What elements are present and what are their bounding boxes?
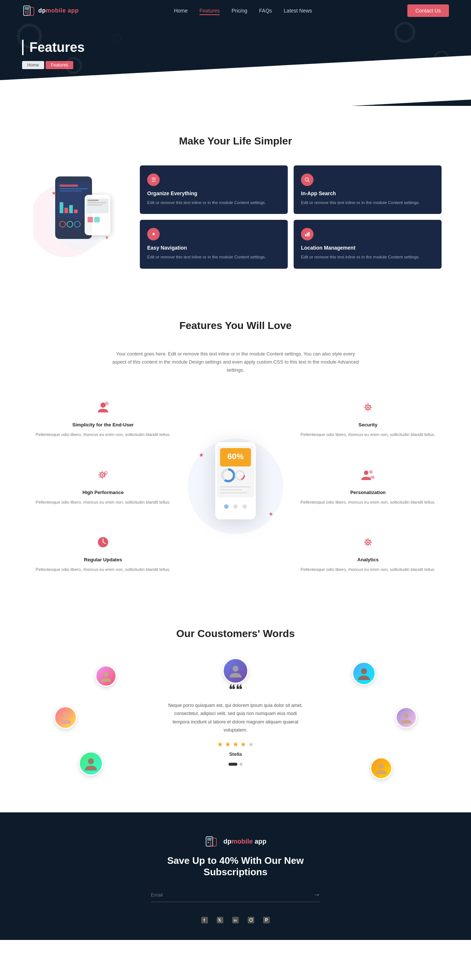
svg-point-42 [101,402,105,408]
avatar-woman2-icon [400,711,413,724]
facebook-icon[interactable]: f [201,917,208,925]
svg-point-75 [233,666,238,671]
analytics-icon [300,535,436,552]
nav-home[interactable]: Home [174,8,188,14]
svg-rect-34 [94,217,100,223]
personalization-icon [300,468,436,485]
updates-title: Regular Updates [35,557,171,562]
avatar-top-left-img [95,665,117,687]
linkedin-svg: in [232,917,239,923]
svg-text:P: P [265,918,268,923]
nav-latest-news[interactable]: Latest News [284,8,312,14]
page-title: Features [22,40,449,55]
svg-point-45 [102,474,104,476]
section-love: Features You Will Love Your content goes… [0,298,471,602]
updates-desc: Pellentesque odio libero, rhoncus eu eni… [35,566,171,573]
svg-rect-32 [88,204,102,205]
avatar-top-left [95,665,117,687]
linkedin-icon[interactable]: in [232,917,239,925]
avatar-female-icon [99,670,113,682]
svg-point-8 [396,23,414,41]
avatar-person-icon [227,663,244,679]
avatar-top-center [223,658,248,684]
svg-rect-18 [60,185,78,187]
svg-rect-2 [25,11,27,13]
simpler-content: ★ ★ ☰ Organize Everything Edit or remove… [29,165,442,276]
simpler-title: Make Your Life Simpler [29,135,442,147]
feature-card-location: Location Management Edit or remove this … [294,220,442,268]
feature-updates: Regular Updates Pellentesque odio libero… [29,528,177,580]
avatar-bottom-left [79,751,103,776]
carousel-dots[interactable] [166,763,305,766]
email-submit-arrow[interactable]: → [313,891,320,899]
svg-point-65 [233,504,238,509]
navbar: dpmobile app Home Features Pricing FAQs … [0,0,471,21]
pinterest-icon[interactable]: P [263,917,270,925]
svg-text:★: ★ [268,511,273,517]
avatar-bottom-right-img [370,757,392,779]
section-simpler: Make Your Life Simpler [0,106,471,298]
footer-logo-icon [204,834,219,849]
logo-text: dpmobile app [38,7,79,14]
footer-logo-app: app [253,838,267,845]
svg-rect-24 [74,210,78,213]
inapp-title: In-App Search [301,191,434,196]
svg-point-74 [367,541,369,543]
nav-features[interactable]: Features [200,8,220,15]
logo-icon [22,4,36,18]
organize-title: Organize Everything [147,191,280,196]
svg-text:★: ★ [199,452,204,458]
logo[interactable]: dpmobile app [22,4,79,18]
breadcrumb-home[interactable]: Home [22,61,44,69]
section-customers: Our Coustomers' Words [0,602,471,812]
star-3: ★ [233,741,238,748]
testimonial-name: Stella [166,751,305,757]
avatar-top-center-img [223,658,248,684]
svg-rect-22 [64,208,68,213]
gear-double-icon [96,468,110,482]
footer: dpmobile app Save Up to 40% With Our New… [0,812,471,940]
svg-text:⚙: ⚙ [55,71,64,82]
avatar-mid-right-img [396,707,417,728]
avatar-mid-right [396,707,417,728]
love-features-right: Security Pellentesque odio libero, rhonc… [294,393,442,580]
svg-text:⚙: ⚙ [386,61,398,75]
feature-personalization: Personalization Pellentesque odio libero… [294,460,442,513]
svg-rect-30 [88,200,99,201]
feature-analytics: Analytics Pellentesque odio libero, rhon… [294,528,442,580]
svg-point-77 [361,668,367,674]
nav-faqs[interactable]: FAQs [259,8,272,14]
navigation-icon: ✦ [147,228,160,240]
center-phone-svg: 60% ★ ★ [180,413,291,560]
customers-testimonials: ❝❝ Neque porro quisquam est, qui dolorem… [29,658,442,790]
email-input[interactable] [151,892,313,898]
svg-rect-62 [220,492,247,493]
nav-pricing[interactable]: Pricing [232,8,247,14]
svg-text:60%: 60% [227,452,244,461]
contact-us-button[interactable]: Contact Us [407,5,449,17]
personalization-desc: Pellentesque odio libero, rhoncus eu eni… [300,499,436,506]
footer-logo-mobile: mobile [232,838,253,845]
svg-point-47 [105,472,107,473]
twitter-x-icon[interactable]: 𝕏 [217,917,224,925]
avatar-mid-left-img [54,706,77,729]
dot-1[interactable] [228,763,237,766]
svg-point-80 [88,758,94,764]
svg-point-70 [367,407,369,408]
twitter-svg: 𝕏 [217,917,224,923]
instagram-icon[interactable] [247,917,254,925]
phone-mockup-svg: ★ ★ [33,165,121,276]
svg-rect-61 [220,489,242,490]
svg-point-81 [378,764,384,768]
security-icon [300,400,436,418]
dot-2[interactable] [239,763,243,766]
email-subscribe-form[interactable]: → [151,891,320,902]
nav-links: Home Features Pricing FAQs Latest News [174,7,312,14]
love-center-image: 60% ★ ★ [177,413,294,560]
feature-simplicity: Simplicity for the End-User Pellentesque… [29,393,177,445]
svg-text:★: ★ [51,190,56,196]
navigation-title: Easy Navigation [147,245,280,251]
svg-point-43 [105,402,109,406]
svg-text:𝕏: 𝕏 [218,918,221,922]
feature-cards-grid: ☰ Organize Everything Edit or remove thi… [140,165,442,269]
